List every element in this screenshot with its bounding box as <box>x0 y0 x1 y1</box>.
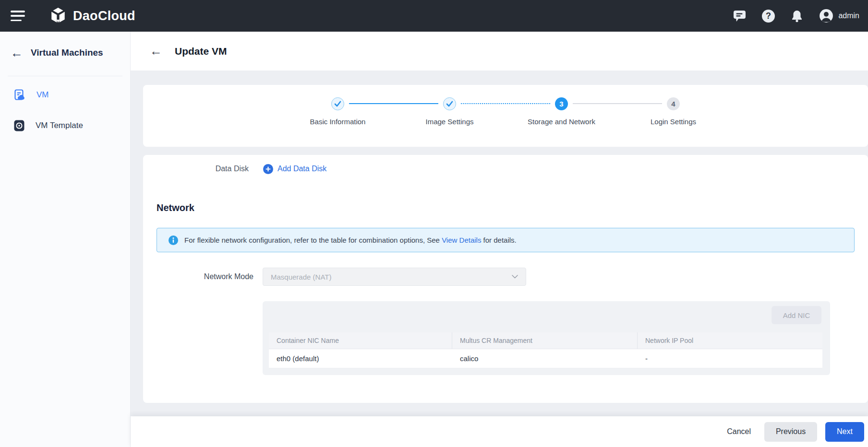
sidebar-item-label: VM <box>36 90 49 100</box>
check-icon <box>334 101 341 107</box>
column-header: Container NIC Name <box>269 332 452 349</box>
chevron-down-icon <box>512 275 518 279</box>
topbar-actions: ? <box>733 9 859 23</box>
nic-table: Container NIC Name Multus CR Management … <box>269 332 822 368</box>
step-label: Image Settings <box>425 118 473 126</box>
add-data-disk-label: Add Data Disk <box>277 165 326 173</box>
sidebar-nav: VM VM Template <box>0 84 130 137</box>
app-window: DaoCloud ? <box>0 0 868 447</box>
vm-icon <box>13 89 26 101</box>
network-mode-select[interactable]: Masquerade (NAT) <box>263 268 526 286</box>
daocloud-logo-icon <box>49 7 67 25</box>
form-card: Data Disk Add Data Disk Network <box>143 155 868 403</box>
column-header: Network IP Pool <box>638 332 822 349</box>
nic-panel: Add NIC Container NIC Name Multus CR Man… <box>263 301 830 375</box>
network-info-banner: For flexible network configuration, refe… <box>157 228 855 252</box>
step-login-settings: 4 Login Settings <box>617 97 729 126</box>
data-disk-label: Data Disk <box>143 165 249 173</box>
column-header: Multus CR Management <box>452 332 638 349</box>
wizard-stepper: Basic Information Image Settings 3 Stora… <box>282 85 729 126</box>
network-mode-value: Masquerade (NAT) <box>271 273 512 281</box>
check-icon <box>446 101 453 107</box>
sidebar-back-arrow-icon[interactable]: ← <box>11 47 23 59</box>
page-header: ← Update VM <box>131 32 868 71</box>
nic-table-header: Container NIC Name Multus CR Management … <box>269 332 822 349</box>
hamburger-menu-icon[interactable] <box>11 11 25 21</box>
ip-pool-cell: - <box>638 349 822 368</box>
plus-circle-icon <box>263 164 273 174</box>
help-glyph: ? <box>762 10 775 23</box>
view-details-link[interactable]: View Details <box>442 236 481 244</box>
multus-cr-cell: calico <box>452 349 638 368</box>
step-3-circle: 3 <box>555 97 568 110</box>
brand[interactable]: DaoCloud <box>49 7 135 25</box>
sidebar-header: ← Virtual Machines <box>0 32 130 59</box>
step-label: Storage and Network <box>528 118 595 126</box>
wizard-footer: Cancel Previous Next <box>131 416 868 447</box>
network-mode-row: Network Mode Masquerade (NAT) <box>157 268 868 286</box>
step-1-circle <box>331 97 344 110</box>
info-text: For flexible network configuration, refe… <box>184 236 517 244</box>
sidebar-divider <box>8 76 122 76</box>
stepper-connector-dotted <box>461 103 550 104</box>
network-mode-label: Network Mode <box>157 272 253 281</box>
step-label: Login Settings <box>651 118 696 126</box>
info-text-before: For flexible network configuration, refe… <box>184 236 440 244</box>
topbar: DaoCloud ? <box>0 0 868 32</box>
add-nic-button[interactable]: Add NIC <box>772 306 821 324</box>
next-button[interactable]: Next <box>825 422 864 442</box>
info-icon <box>169 235 178 245</box>
step-label: Basic Information <box>310 118 366 126</box>
stepper-connector-done <box>349 103 438 104</box>
add-data-disk-button[interactable]: Add Data Disk <box>263 164 326 174</box>
step-basic-information: Basic Information <box>282 97 394 126</box>
user-name: admin <box>838 12 859 20</box>
main-content: ← Update VM Basic Information <box>131 32 868 447</box>
help-icon[interactable]: ? <box>761 9 775 23</box>
sidebar: ← Virtual Machines VM <box>0 32 131 447</box>
table-row: eth0 (default) calico - <box>269 349 822 368</box>
cancel-button[interactable]: Cancel <box>724 422 754 442</box>
stepper-card: Basic Information Image Settings 3 Stora… <box>143 85 868 147</box>
bell-icon[interactable] <box>790 9 804 23</box>
sidebar-item-label: VM Template <box>36 121 83 130</box>
sidebar-title: Virtual Machines <box>31 47 103 58</box>
network-heading: Network <box>157 202 868 213</box>
chat-icon[interactable] <box>733 9 746 23</box>
data-disk-row: Data Disk Add Data Disk <box>143 162 868 176</box>
brand-name: DaoCloud <box>73 9 135 24</box>
info-text-after: for details. <box>483 236 517 244</box>
previous-button[interactable]: Previous <box>764 422 817 442</box>
sidebar-item-vm[interactable]: VM <box>0 84 130 106</box>
step-4-circle: 4 <box>667 97 680 110</box>
step-storage-and-network: 3 Storage and Network <box>506 97 617 126</box>
page-title: Update VM <box>175 46 227 57</box>
stepper-connector-upcoming <box>573 103 662 104</box>
user-menu[interactable]: admin <box>819 9 859 23</box>
step-image-settings: Image Settings <box>394 97 506 126</box>
page-back-arrow-icon[interactable]: ← <box>150 44 162 59</box>
step-2-circle <box>443 97 456 110</box>
vm-template-icon <box>13 119 25 132</box>
avatar-icon <box>819 9 833 23</box>
sidebar-item-vm-template[interactable]: VM Template <box>0 115 130 137</box>
nic-name-cell: eth0 (default) <box>269 349 452 368</box>
